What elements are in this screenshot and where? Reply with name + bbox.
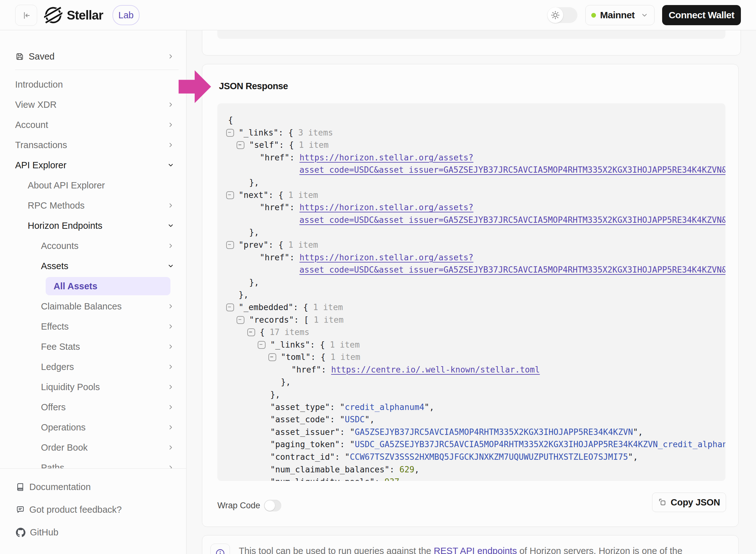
sidebar-footer-documentation[interactable]: Documentation: [16, 480, 91, 494]
sidebar-collapse-button[interactable]: [15, 5, 37, 26]
collapse-node-icon[interactable]: [226, 303, 234, 311]
chevron-right-icon: [167, 303, 174, 310]
sidebar-item-paths[interactable]: Paths: [0, 461, 186, 468]
collapse-node-icon[interactable]: [226, 191, 234, 199]
chevron-down-icon: [167, 162, 174, 169]
sidebar-footer-got-product-feedback-[interactable]: Got product feedback?: [16, 503, 122, 516]
json-line-16: "records": [ 1 item: [217, 314, 725, 327]
brand[interactable]: Stellar: [44, 6, 103, 24]
sidebar-footer-github[interactable]: GitHub: [16, 525, 58, 539]
collapse-node-icon[interactable]: [247, 328, 255, 336]
wrap-code-toggle-knob: [265, 500, 275, 511]
chevron-right-icon: [167, 101, 174, 108]
json-line-11: "href": https://horizon.stellar.org/asse…: [217, 252, 725, 264]
sidebar: SavedIntroductionView XDRAccountTransact…: [0, 30, 186, 554]
collapse-node-icon[interactable]: [237, 141, 244, 149]
chevron-right-icon: [167, 121, 174, 128]
sidebar-item-operations[interactable]: Operations: [0, 421, 186, 434]
collapse-node-icon[interactable]: [226, 129, 234, 137]
json-line-28: "num_claimable_balances": 629,: [217, 463, 725, 476]
json-line-29: "num_liquidity_pools": 937,: [217, 476, 725, 481]
json-line-6: "next": { 1 item: [217, 189, 725, 202]
json-line-4: asset_code=USDC&asset_issuer=GA5ZSEJYB37…: [217, 164, 725, 176]
json-line-0: {: [217, 114, 725, 127]
book-icon: [16, 483, 25, 492]
info-icon-badge: [211, 544, 230, 554]
json-line-9: },: [217, 226, 725, 239]
sidebar-item-account[interactable]: Account: [0, 118, 186, 132]
chevron-right-icon: [167, 343, 174, 350]
sidebar-item-offers[interactable]: Offers: [0, 400, 186, 414]
feedback-icon: [16, 505, 25, 514]
info-note: This tool can be used to run queries aga…: [239, 545, 682, 554]
json-line-19: "toml": { 1 item: [217, 351, 725, 364]
sidebar-item-claimable-balances[interactable]: Claimable Balances: [0, 299, 186, 313]
sidebar-item-effects[interactable]: Effects: [0, 320, 186, 333]
chevron-right-icon: [167, 444, 174, 451]
json-line-22: },: [217, 389, 725, 401]
json-line-23: "asset_type": "credit_alphanum4",: [217, 401, 725, 414]
connect-wallet-button[interactable]: Connect Wallet: [662, 5, 741, 25]
chevron-right-icon: [167, 424, 174, 431]
network-selector[interactable]: Mainnet: [585, 5, 654, 25]
sidebar-item-transactions[interactable]: Transactions: [0, 138, 186, 152]
json-line-12: asset_code=USDC&asset_issuer=GA5ZSEJYB37…: [217, 264, 725, 276]
collapse-node-icon[interactable]: [269, 353, 276, 361]
collapse-node-icon[interactable]: [258, 341, 266, 349]
sidebar-item-all-assets[interactable]: All Assets: [0, 279, 186, 293]
sidebar-item-accounts[interactable]: Accounts: [0, 239, 186, 253]
info-card: This tool can be used to run queries aga…: [202, 535, 739, 554]
sidebar-item-order-book[interactable]: Order Book: [0, 441, 186, 454]
collapse-node-icon[interactable]: [237, 316, 244, 324]
chevron-right-icon: [167, 142, 174, 149]
json-line-17: { 17 items: [217, 326, 725, 339]
json-line-25: "asset_issuer": "GA5ZSEJYB37JRC5AVCIA5MO…: [217, 426, 725, 439]
json-response-card: JSON Response {"_links": { 3 items"self"…: [202, 64, 739, 527]
stellar-logo: [44, 6, 62, 24]
sidebar-item-liquidity-pools[interactable]: Liquidity Pools: [0, 380, 186, 394]
collapse-icon: [21, 11, 31, 20]
sidebar-item-about-api-explorer[interactable]: About API Explorer: [0, 178, 186, 192]
theme-toggle[interactable]: [547, 7, 577, 23]
chevron-right-icon: [167, 404, 174, 410]
info-note-text2: of Horizon servers. Horizon is one of th…: [517, 546, 682, 554]
network-chevron-down-icon: [640, 11, 649, 19]
theme-toggle-knob: [547, 7, 563, 23]
sidebar-item-fee-stats[interactable]: Fee Stats: [0, 340, 186, 353]
info-icon: [215, 548, 225, 554]
save-icon: [15, 52, 24, 61]
chevron-right-icon: [167, 323, 174, 330]
chevron-down-icon: [167, 263, 174, 269]
json-line-13: },: [217, 276, 725, 289]
chevron-right-icon: [167, 202, 174, 209]
json-line-2: "self": { 1 item: [217, 139, 725, 152]
chevron-right-icon: [167, 242, 174, 249]
wrap-code-toggle[interactable]: [264, 500, 281, 511]
chevron-down-icon: [167, 222, 174, 229]
collapse-node-icon[interactable]: [226, 241, 234, 249]
json-line-7: "href": https://horizon.stellar.org/asse…: [217, 201, 725, 214]
sidebar-item-introduction[interactable]: Introduction: [0, 77, 186, 92]
sidebar-item-saved[interactable]: Saved: [0, 50, 186, 63]
sidebar-item-assets[interactable]: Assets: [0, 259, 186, 273]
sidebar-item-view-xdr[interactable]: View XDR: [0, 98, 186, 112]
sun-icon: [550, 10, 560, 20]
sidebar-item-ledgers[interactable]: Ledgers: [0, 360, 186, 374]
copy-icon: [658, 498, 667, 507]
chevron-right-icon: [167, 363, 174, 370]
json-line-20: "href": https://centre.io/.well-known/st…: [217, 364, 725, 376]
lab-badge: Lab: [112, 5, 139, 25]
rest-api-endpoints-link[interactable]: REST API endpoints: [434, 546, 517, 554]
sidebar-item-api-explorer[interactable]: API Explorer: [0, 158, 186, 172]
json-code-block[interactable]: {"_links": { 3 items"self": { 1 item"hre…: [217, 103, 725, 481]
github-icon: [16, 528, 25, 537]
json-line-3: "href": https://horizon.stellar.org/asse…: [217, 152, 725, 164]
connect-wallet-label: Connect Wallet: [669, 10, 735, 20]
sidebar-item-rpc-methods[interactable]: RPC Methods: [0, 199, 186, 212]
json-line-26: "paging_token": "USDC_GA5ZSEJYB37JRC5AVC…: [217, 438, 725, 451]
sidebar-item-horizon-endpoints[interactable]: Horizon Endpoints: [0, 219, 186, 233]
json-line-1: "_links": { 3 items: [217, 127, 725, 139]
copy-json-button[interactable]: Copy JSON: [652, 493, 726, 512]
json-line-21: },: [217, 376, 725, 389]
copy-json-label: Copy JSON: [671, 497, 720, 508]
